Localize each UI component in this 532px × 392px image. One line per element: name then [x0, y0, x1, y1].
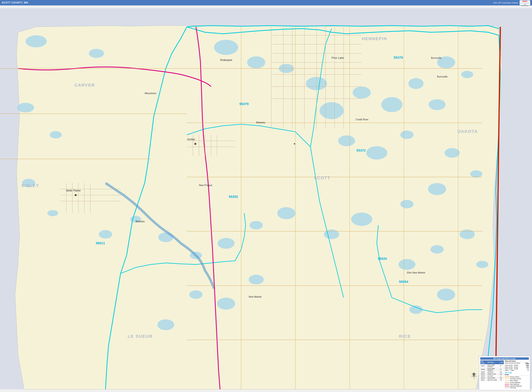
- map-area: Jordan Belle Plaine Shakopee Prior Lake …: [0, 5, 266, 196]
- svg-rect-89: [194, 143, 196, 145]
- svg-point-6: [22, 179, 35, 187]
- svg-point-3: [89, 49, 104, 58]
- svg-text:Belle Plaine: Belle Plaine: [66, 189, 81, 192]
- map-header: SCOTT COUNTY, MN 2021 ZIP Code Basic Edi…: [0, 0, 266, 5]
- svg-text:Jordan: Jordan: [187, 138, 195, 141]
- svg-point-8: [214, 40, 238, 55]
- svg-text:New Prague: New Prague: [199, 184, 212, 187]
- svg-point-2: [26, 35, 47, 47]
- county-title: SCOTT COUNTY, MN: [2, 1, 28, 4]
- svg-point-4: [17, 103, 34, 112]
- svg-text:Blakeley: Blakeley: [256, 121, 265, 124]
- svg-rect-90: [75, 194, 77, 196]
- svg-text:Shakopee: Shakopee: [220, 59, 232, 61]
- svg-point-9: [247, 56, 265, 68]
- map-svg: Jordan Belle Plaine Shakopee Prior Lake …: [0, 5, 266, 196]
- svg-point-5: [50, 131, 62, 138]
- svg-text:Marystown: Marystown: [145, 92, 156, 94]
